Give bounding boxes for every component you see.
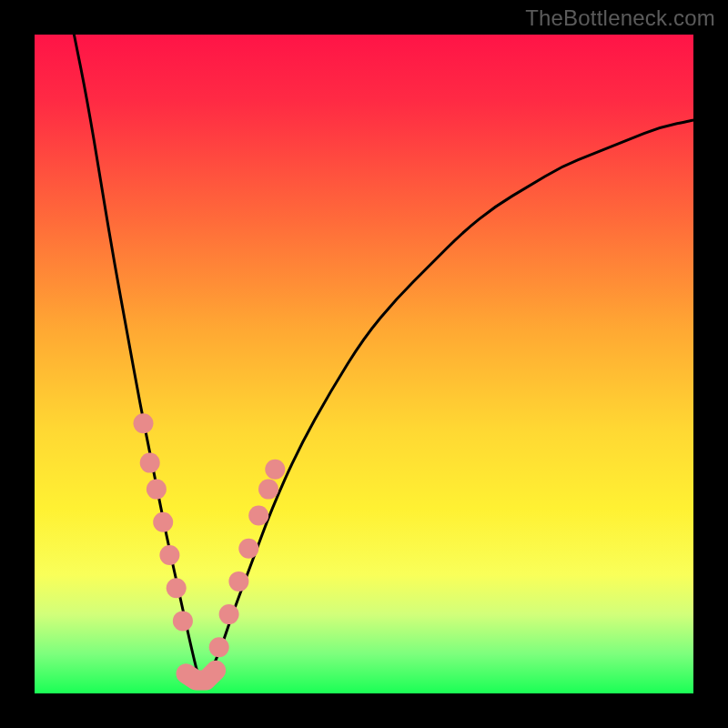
curve-layer [35,35,693,693]
data-marker [147,480,167,500]
data-marker [265,460,285,480]
data-marker [248,506,268,526]
data-marker [167,578,187,598]
data-marker [153,512,173,532]
data-marker [134,413,154,433]
data-marker [209,637,229,657]
data-marker [258,480,278,500]
bottleneck-curve [74,35,693,681]
data-marker [228,571,248,592]
data-marker [219,604,239,624]
data-marker [159,545,179,565]
data-marker [173,611,193,631]
data-marker [140,453,160,473]
bottom-marker-band [187,671,217,681]
data-marker [238,539,258,559]
marker-group-left [134,413,193,631]
watermark-text: TheBottleneck.com [525,5,715,31]
marker-group-right [209,460,286,658]
chart-stage: TheBottleneck.com [0,0,728,728]
